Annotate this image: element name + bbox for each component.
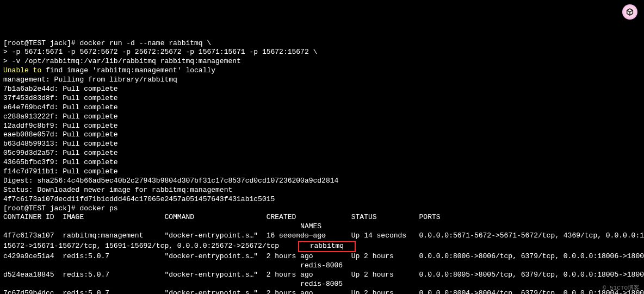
- ps-row-1-1: c429a9ce51a4 redis:5.0.7 "docker-entrypo…: [3, 252, 641, 261]
- ps-row-rabbitmq-1: 4f7c6173a107 rabbitmq:management "docker…: [3, 232, 641, 241]
- cmd-docker-ps: [root@TEST jack]# docker ps: [3, 204, 641, 214]
- pull-layer-7: 05c99d3d2a57: Pull complete: [3, 149, 641, 158]
- pull-unable: Unable to find image 'rabbitmq:managemen…: [3, 66, 641, 76]
- pull-container-id: 4f7c6173a107decd11fd71b1cddd464c17065e24…: [3, 195, 641, 204]
- highlight-rabbitmq-name: rabbitmq: [298, 241, 356, 252]
- pull-layer-1: 37f453d83d8f: Pull complete: [3, 94, 641, 103]
- cmd-docker-run-3: > -v /opt/rabbitmq:/var/lib/rabbitmq rab…: [3, 57, 641, 66]
- pull-layer-8: 43665bfbc3f9: Pull complete: [3, 158, 641, 167]
- pull-layer-0: 7b1a6ab2e44d: Pull complete: [3, 85, 641, 94]
- pull-layer-4: 12addf9c8bf9: Pull complete: [3, 122, 641, 131]
- ps-header-2: NAMES: [3, 222, 641, 232]
- brand-logo-icon: [622, 4, 637, 20]
- ps-row-2-1: d524eaa18845 redis:5.0.7 "docker-entrypo…: [3, 271, 641, 280]
- pull-from: management: Pulling from library/rabbitm…: [3, 76, 641, 85]
- ps-header-1: CONTAINER ID IMAGE COMMAND CREATED STATU…: [3, 213, 641, 222]
- ps-row-1-2: redis-8006: [3, 261, 641, 271]
- pull-status: Status: Downloaded newer image for rabbi…: [3, 186, 641, 195]
- ps-row-2-2: redis-8005: [3, 280, 641, 289]
- ps-row-3-1: 7c67d59b4dcc redis:5.0.7 "docker-entrypo…: [3, 289, 641, 294]
- watermark-text: © 51CTO博客: [603, 284, 640, 292]
- pull-layer-9: f14c7d7911b1: Pull complete: [3, 167, 641, 177]
- terminal-output[interactable]: [root@TEST jack]# docker run -d --name r…: [3, 39, 641, 294]
- cmd-docker-run-1: [root@TEST jack]# docker run -d --name r…: [3, 39, 641, 48]
- created-strike: seconds ago: [279, 232, 326, 240]
- pull-layer-5: eaeb088e057d: Pull complete: [3, 130, 641, 140]
- cmd-docker-run-2: > -p 5671:5671 -p 5672:5672 -p 25672:256…: [3, 48, 641, 57]
- pull-layer-3: c288a913222f: Pull complete: [3, 112, 641, 122]
- ps-row-rabbitmq-2: 15672->15671-15672/tcp, 15691-15692/tcp,…: [3, 241, 641, 252]
- pull-digest: Digest: sha256:4c4b66ad5ec40b2c27943b980…: [3, 177, 641, 186]
- pull-layer-6: b63d48599313: Pull complete: [3, 140, 641, 149]
- unable-to-text: Unable to: [3, 66, 41, 74]
- pull-layer-2: e64e769bc4fd: Pull complete: [3, 103, 641, 112]
